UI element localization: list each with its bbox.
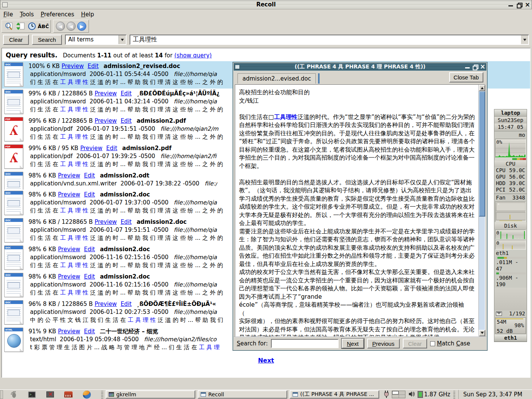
preview-link[interactable]: Preview	[95, 90, 117, 97]
minimize-button[interactable]	[508, 2, 513, 8]
menu-help[interactable]: Help	[78, 10, 97, 19]
scroll-up-icon[interactable]	[479, 85, 485, 91]
cpu-chart[interactable]: 0%	[495, 139, 526, 158]
edit-link[interactable]: Edit	[120, 117, 131, 124]
edit-link[interactable]: Edit	[120, 218, 131, 225]
menu-file[interactable]: File	[0, 10, 16, 19]
window-title: Recoll	[0, 1, 532, 8]
gkrellm-hostname[interactable]: laptop	[494, 109, 527, 117]
taskbar-clock[interactable]: Sun Sep 23, 3:47 PM	[458, 390, 526, 399]
cpufreq-applet[interactable]: 1.87 GHz	[418, 391, 450, 398]
edit-link[interactable]: Edit	[84, 273, 95, 280]
doc-thumbnail-icon: DOC	[4, 90, 23, 114]
find-next-button[interactable]: Next	[342, 339, 364, 348]
doc-history-icon[interactable]	[27, 21, 37, 31]
edit-link[interactable]: Edit	[84, 191, 95, 198]
editor-launcher-icon[interactable]	[63, 390, 73, 399]
preview-link[interactable]: Preview	[58, 191, 80, 198]
lock-screen-icon[interactable]	[45, 390, 55, 399]
clear-button[interactable]: Clear	[3, 35, 29, 45]
taskbar-task[interactable]: ((工 PHRASE 4 具 PHRASE ...	[290, 390, 379, 399]
edit-link[interactable]: Edit	[84, 172, 95, 179]
preview-link[interactable]: Preview	[95, 117, 117, 124]
term-explorer-icon[interactable]: ÅBĈ	[38, 21, 48, 31]
edit-link[interactable]: Edit	[87, 63, 98, 70]
menu-tools[interactable]: Tools	[16, 10, 37, 19]
result-relevance-size: 99% 6 KB / 95 KB	[28, 145, 78, 152]
first-page-icon[interactable]: ◀	[56, 22, 65, 31]
result-url: file:/	[205, 180, 217, 187]
preview-paragraph: 实际很难），但他的素养和视野很可能更多的得于他自己的努力和经历。这对他自己（甚至…	[239, 317, 476, 336]
next-page-link[interactable]: Next	[258, 357, 274, 364]
scrollbar-thumb[interactable]	[479, 91, 485, 217]
scroll-down-icon[interactable]	[479, 330, 485, 336]
close-button[interactable]: ×	[525, 2, 530, 8]
fan-chart[interactable]	[495, 201, 526, 222]
fs-meter[interactable]: 54M 98% 52 dB	[495, 317, 526, 334]
show-query-link[interactable]: (show query)	[174, 52, 212, 59]
panel-hide-button[interactable]	[0, 390, 3, 399]
checkbox-icon[interactable]	[430, 341, 435, 346]
query-input[interactable]	[130, 35, 528, 44]
find-clear-button[interactable]: Clear	[403, 339, 427, 348]
terminal-launcher-icon[interactable]: >_	[27, 390, 37, 399]
disk-chart-1[interactable]: 0	[495, 230, 526, 239]
preview-minimize-button[interactable]	[465, 64, 470, 70]
cpu-section-label[interactable]: CPU	[494, 160, 527, 167]
advanced-search-icon[interactable]	[4, 21, 14, 31]
edit-link[interactable]: Edit	[84, 328, 95, 335]
taskbar-task[interactable]: gkrellm	[106, 390, 195, 399]
next-page-icon[interactable]: ▶	[77, 22, 86, 31]
workspace-switcher[interactable]	[392, 391, 405, 398]
edit-link[interactable]: Edit	[120, 90, 131, 97]
gkrellm-panel[interactable]: laptop Sun23Sep 15:47 05 mo 0% CPU CPU59…	[494, 109, 527, 342]
preview-link[interactable]: Preview	[58, 328, 80, 335]
match-case-checkbox[interactable]: Match Case	[430, 340, 470, 347]
preview-tab[interactable]: admission2...evised.doc	[238, 73, 316, 84]
preview-maximize-button[interactable]	[472, 64, 478, 70]
preview-window[interactable]: ((工 PHRASE 4 具 PHRASE 4 理 PHRASE 4 性)) ×…	[233, 62, 488, 351]
tasklist-drag-handle[interactable]	[101, 391, 103, 399]
main-window-titlebar[interactable]: Recoll ×	[0, 0, 532, 9]
menu-preferences[interactable]: Preferences	[37, 10, 78, 19]
disk-section-label[interactable]: Disk	[494, 222, 527, 229]
power-plug-icon[interactable]	[384, 390, 389, 399]
preview-link[interactable]: Preview	[95, 218, 117, 225]
preview-link[interactable]: Preview	[95, 301, 117, 307]
preview-link[interactable]: Preview	[58, 273, 80, 280]
gkrellm-footer[interactable]: eth1	[494, 334, 527, 342]
cpu-krell	[495, 158, 526, 160]
edit-link[interactable]: Edit	[106, 145, 117, 152]
preview-text[interactable]: 高校招生的社会功能和目的文/钱江 我们生活在□工具理性泛滥的时代。作为“世之显学…	[235, 85, 478, 336]
firefox-launcher-icon[interactable]	[82, 390, 92, 399]
chevron-down-icon[interactable]	[119, 35, 126, 44]
search-mode-select[interactable]: All terms	[65, 35, 127, 45]
sort-params-icon[interactable]	[16, 21, 25, 31]
preview-link[interactable]: Preview	[58, 172, 80, 179]
result-url: file:///home/qian2/fi	[160, 153, 216, 160]
gnome-menu-icon[interactable]	[9, 390, 19, 399]
preview-titlebar[interactable]: ((工 PHRASE 4 具 PHRASE 4 理 PHRASE 4 性)) ×	[234, 63, 486, 71]
result-mime-date: application/msword 2006-01-12 00:27:53 -…	[30, 309, 168, 315]
edit-link[interactable]: Edit	[84, 246, 95, 253]
find-previous-button[interactable]: Previous	[367, 339, 400, 348]
edit-link[interactable]: Edit	[120, 301, 131, 307]
result-title: ¸ßÕÐÖÆ¶È£ºÏiÈ±ÖÐµÄ¹«	[136, 301, 216, 307]
prev-page-icon[interactable]: ◀	[66, 22, 76, 31]
find-input[interactable]	[271, 339, 339, 348]
taskbar-task[interactable]: Recoll	[198, 390, 287, 399]
cpu-pct-label: 0%	[496, 139, 502, 145]
search-button[interactable]: Search	[32, 35, 62, 45]
preview-scrollbar[interactable]	[478, 85, 485, 336]
preview-link[interactable]: Preview	[80, 145, 102, 152]
preview-close-button[interactable]: ×	[480, 64, 485, 70]
disk-chart-2[interactable]: 0	[495, 240, 526, 250]
preview-link[interactable]: Preview	[58, 246, 80, 253]
query-history-chevron-icon[interactable]	[521, 35, 528, 44]
volume-icon[interactable]	[408, 391, 415, 399]
mail-row[interactable]: 1/192	[494, 310, 527, 317]
close-tab-button[interactable]: Close Tab	[449, 72, 483, 82]
preview-link[interactable]: Preview	[62, 63, 84, 70]
maximize-button[interactable]	[516, 2, 522, 8]
result-relevance-size: 100% 6 KB	[28, 63, 60, 70]
